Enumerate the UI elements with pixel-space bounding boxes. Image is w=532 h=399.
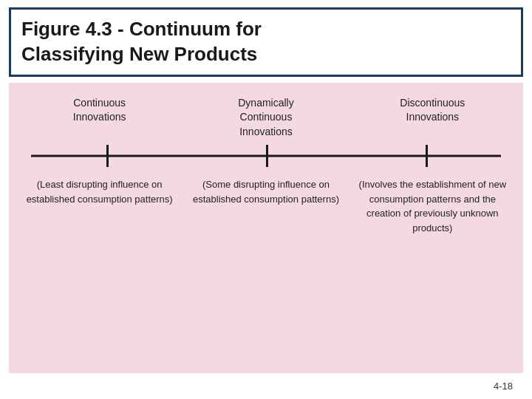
label-dynamically-continuous: Dynamically Continuous Innovations (192, 96, 340, 140)
desc-dynamically-continuous: (Some disrupting influence on establishe… (192, 177, 340, 373)
label-dyn-line2: Continuous (240, 111, 293, 123)
desc-continuous: (Least disrupting influence on establish… (26, 177, 174, 373)
label-continuous-line2: Innovations (73, 111, 126, 123)
title-box: Figure 4.3 - Continuum for Classifying N… (9, 7, 523, 77)
label-dyn-line1: Dynamically (238, 97, 293, 109)
page-number: 4-18 (9, 379, 523, 395)
label-continuous: Continuous Innovations (26, 96, 174, 140)
descriptions-row: (Least disrupting influence on establish… (9, 167, 523, 373)
tick-right (426, 145, 428, 167)
label-discontinuous: Discontinuous Innovations (358, 96, 506, 140)
desc-dyn-text: (Some disrupting influence on establishe… (193, 179, 339, 205)
labels-row: Continuous Innovations Dynamically Conti… (9, 83, 523, 140)
tick-left (106, 145, 109, 167)
desc-continuous-text: (Least disrupting influence on establish… (27, 179, 173, 205)
slide-title: Figure 4.3 - Continuum for Classifying N… (21, 17, 511, 67)
content-area: Continuous Innovations Dynamically Conti… (9, 83, 523, 373)
desc-disc-text: (Involves the establishment of new consu… (359, 179, 506, 233)
label-continuous-line1: Continuous (73, 97, 126, 109)
title-line2: Classifying New Products (21, 43, 257, 65)
page-number-text: 4-18 (494, 381, 513, 392)
desc-discontinuous: (Involves the establishment of new consu… (358, 177, 506, 373)
label-disc-line1: Discontinuous (400, 97, 465, 109)
tick-mid (266, 145, 268, 167)
label-disc-line2: Innovations (406, 111, 460, 123)
label-dyn-line3: Innovations (239, 126, 293, 137)
slide-container: Figure 4.3 - Continuum for Classifying N… (0, 0, 532, 399)
timeline (31, 145, 501, 167)
title-line1: Figure 4.3 - Continuum for (21, 18, 262, 40)
